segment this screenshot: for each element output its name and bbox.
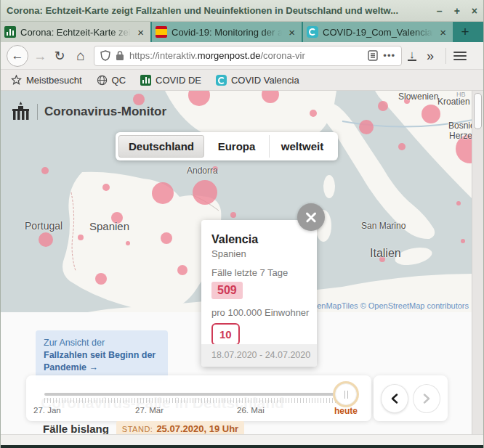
- popup-cases-value: 509: [211, 282, 243, 299]
- timeline-track[interactable]: [44, 393, 346, 396]
- bookmark-covid-de[interactable]: COVID DE: [140, 75, 201, 86]
- tab-close-icon[interactable]: ×: [135, 26, 146, 38]
- case-bubble[interactable]: [177, 265, 187, 275]
- globe-icon: [97, 75, 108, 86]
- section-subrow: Fälle bislang STAND: 25.07.2020, 19 Uhr: [43, 421, 244, 434]
- case-bubble[interactable]: [310, 110, 317, 117]
- window-bottom-strip: [1, 434, 483, 445]
- case-bubble[interactable]: [102, 184, 110, 191]
- case-bubble[interactable]: [41, 167, 49, 174]
- step-back-button[interactable]: [381, 384, 408, 413]
- toolbar-overflow-icon[interactable]: »: [422, 49, 438, 62]
- link-line-arrow[interactable]: Pandemie →: [44, 362, 160, 374]
- popup-cases-label: Fälle letzte 7 Tage: [211, 267, 310, 278]
- tracking-shield-icon[interactable]: [100, 50, 110, 61]
- downloads-icon[interactable]: ←↓: [406, 50, 418, 61]
- window-titlebar: Corona: Echtzeit-Karte zeigt Fallzahlen …: [1, 0, 483, 22]
- chart-icon: [140, 75, 151, 86]
- case-bubble[interactable]: [39, 232, 53, 247]
- bookmark-meistbesucht[interactable]: Meistbesucht: [11, 75, 82, 86]
- map-place-label: San Marino: [361, 221, 406, 231]
- tab-covid19-valenciana[interactable]: COVID-19_Com_Valenciana ×: [303, 22, 453, 42]
- window-title: Corona: Echtzeit-Karte zeigt Fallzahlen …: [7, 5, 437, 16]
- tab-deutschland[interactable]: Deutschland: [118, 135, 204, 158]
- minimize-button[interactable]: –: [437, 6, 443, 16]
- case-bubble[interactable]: [422, 105, 440, 123]
- page-scrollbar[interactable]: [472, 91, 483, 434]
- bookmark-covid-valencia[interactable]: COVID Valencia: [216, 75, 299, 86]
- chart-favicon-icon: [4, 26, 16, 38]
- timeline-step-controls: [374, 375, 448, 421]
- gva-favicon-icon: [307, 26, 318, 38]
- case-bubble[interactable]: [95, 273, 107, 285]
- bookmark-qc[interactable]: QC: [97, 75, 126, 86]
- site-header: Coronavirus-Monitor: [11, 102, 166, 121]
- scrollbar-thumb[interactable]: [474, 93, 482, 129]
- page-actions-icon[interactable]: •••: [383, 50, 395, 61]
- home-button[interactable]: ⌂: [72, 49, 89, 62]
- menu-hamburger-icon[interactable]: [453, 52, 467, 60]
- maximize-button[interactable]: +: [454, 6, 460, 16]
- stand-label: STAND:: [122, 425, 153, 433]
- tab-europa[interactable]: Europa: [204, 135, 270, 158]
- tab-close-icon[interactable]: ×: [286, 26, 297, 38]
- tab-corona-karte[interactable]: Corona: Echtzeit-Karte zeig ×: [1, 22, 150, 42]
- view-switcher: Deutschland Europa weltweit: [116, 132, 338, 160]
- new-tab-button[interactable]: +: [453, 22, 477, 42]
- case-bubble[interactable]: [359, 120, 374, 134]
- lock-icon: [116, 50, 124, 61]
- page-content: PortugalSpanienAndorraSan MarinoItalienS…: [1, 91, 483, 434]
- timeline-ticks: [44, 398, 342, 403]
- timeline-label-jan: 27. Jan: [33, 406, 61, 415]
- reader-view-icon[interactable]: [368, 50, 378, 61]
- tab-bar: Corona: Echtzeit-Karte zeig × Covid-19: …: [1, 22, 483, 42]
- tab-weltweit[interactable]: weltweit: [270, 135, 335, 158]
- url-bar[interactable]: https://interaktiv.morgenpost.de/corona-…: [94, 46, 402, 66]
- link-line: Fallzahlen seit Beginn der: [44, 349, 160, 362]
- case-bubble[interactable]: [152, 182, 174, 204]
- url-text[interactable]: https://interaktiv.morgenpost.de/corona-…: [129, 50, 363, 61]
- timeline-label-mai: 26. Mai: [237, 406, 265, 415]
- case-bubble[interactable]: [161, 232, 172, 244]
- map-place-label: Italien: [370, 247, 401, 260]
- chevron-left-icon: [390, 394, 399, 404]
- gva-icon: [216, 75, 227, 86]
- timeline-slider-card: 27. Jan 27. Mär 26. Mai heute: [26, 375, 371, 421]
- map-place-label: Kroatien: [437, 97, 470, 107]
- toolbar-separator: [445, 48, 446, 64]
- tab-label: COVID-19_Com_Valenciana: [323, 27, 433, 38]
- link-line: Zur Ansicht der: [44, 337, 160, 349]
- popup-rate-label: pro 100.000 Einwohner: [211, 307, 310, 318]
- status-badge: STAND: 25.07.2020, 19 Uhr: [116, 421, 244, 434]
- back-button[interactable]: ←: [7, 45, 28, 67]
- bookmarks-toolbar: Meistbesucht QC COVID DE COVID Valencia: [1, 70, 483, 91]
- case-bubble[interactable]: [378, 101, 388, 111]
- case-bubble[interactable]: [126, 241, 130, 245]
- star-icon: [11, 75, 22, 86]
- case-bubble[interactable]: [456, 201, 461, 205]
- case-bubble[interactable]: [398, 143, 406, 150]
- map-place-label: Portugal: [25, 220, 62, 232]
- map-place-label: Herzegow: [449, 131, 473, 141]
- popup-date-range: 18.07.2020 - 24.07.2020: [201, 344, 317, 367]
- case-bubble[interactable]: [78, 235, 84, 240]
- tab-close-icon[interactable]: ×: [437, 26, 448, 38]
- timeline-label-heute: heute: [334, 406, 358, 416]
- site-title: Coronavirus-Monitor: [44, 105, 166, 119]
- spain-flag-icon: [156, 26, 167, 38]
- map-place-label: HB: [456, 91, 466, 98]
- browser-window: Corona: Echtzeit-Karte zeigt Fallzahlen …: [0, 0, 484, 448]
- tab-covid19-monitoring[interactable]: Covid-19: Monitoring der a ×: [152, 22, 302, 42]
- reload-button[interactable]: ↻: [52, 49, 68, 62]
- navigation-toolbar: ← → ↻ ⌂ https://interaktiv.morgenpost.de…: [1, 42, 483, 70]
- step-forward-button: [413, 384, 440, 413]
- case-bubble[interactable]: [193, 180, 217, 205]
- map-attribution[interactable]: © OpenMapTiles © OpenStreetMap contribut…: [298, 301, 469, 310]
- case-bubble[interactable]: [230, 212, 236, 218]
- popup-close-button[interactable]: [297, 203, 325, 231]
- popup-country: Spanien: [211, 248, 310, 259]
- close-window-button[interactable]: ×: [472, 6, 477, 16]
- timeline-handle[interactable]: [335, 383, 357, 405]
- case-bubble[interactable]: [461, 239, 465, 243]
- pandemic-link-box[interactable]: Zur Ansicht der Fallzahlen seit Beginn d…: [36, 330, 168, 380]
